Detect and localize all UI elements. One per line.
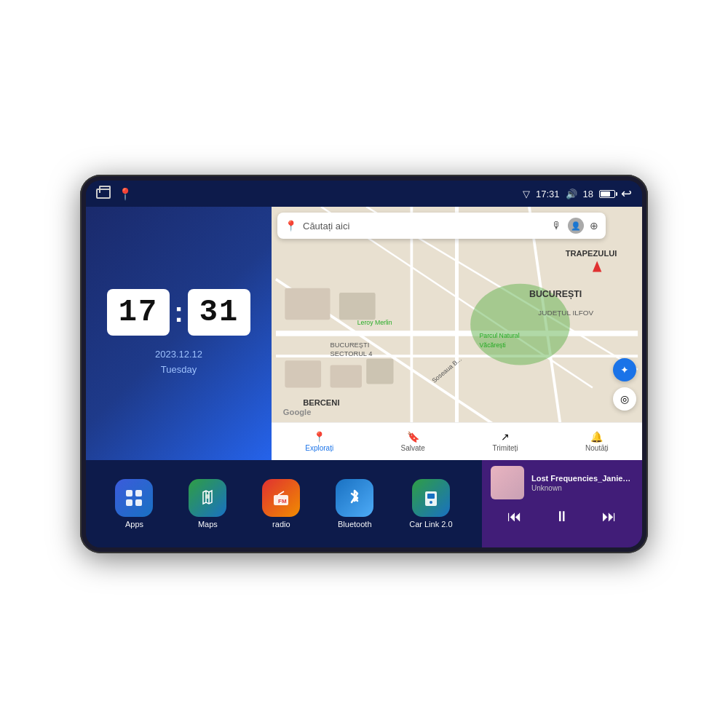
clock-minutes-block: 31 (188, 289, 250, 336)
bottom-section: Apps Maps (86, 460, 642, 547)
signal-strength: 18 (583, 189, 593, 199)
top-section: 17 : 31 2023.12.12 Tuesday (86, 207, 642, 460)
app-item-maps[interactable]: Maps (189, 479, 226, 529)
svg-rect-28 (135, 490, 142, 496)
app-item-apps[interactable]: Apps (115, 479, 153, 529)
map-layers-icon[interactable]: ⊕ (590, 220, 598, 232)
music-next-button[interactable]: ⏭ (596, 505, 622, 528)
clock-panel: 17 : 31 2023.12.12 Tuesday (86, 207, 272, 460)
radio-icon: FM (262, 479, 300, 517)
map-nav-news-label: Noutăți (585, 444, 609, 452)
svg-text:JUDEȚUL ILFOV: JUDEȚUL ILFOV (538, 309, 593, 317)
clock-date: 2023.12.12 Tuesday (155, 347, 202, 378)
map-location-button[interactable]: ◎ (613, 387, 636, 411)
svg-text:FM: FM (278, 498, 287, 505)
svg-text:Văcărești: Văcărești (480, 341, 506, 349)
svg-rect-29 (126, 499, 132, 506)
clock-hours-block: 17 (107, 289, 170, 336)
maps-icon (189, 479, 226, 517)
music-controls: ⏮ ⏸ ⏭ (491, 505, 633, 528)
map-nav-explore-label: Explorați (305, 444, 333, 452)
apps-icon (115, 479, 153, 517)
svg-text:Google: Google (283, 408, 311, 416)
map-nav-explore[interactable]: 📍 Explorați (305, 431, 333, 452)
volume-icon: 🔊 (566, 189, 577, 199)
map-voice-icon[interactable]: 🎙 (552, 220, 562, 232)
map-bottom-nav: 📍 Explorați 🔖 Salvate ↗ Trimiteți 🔔 (272, 422, 642, 460)
app-label-apps: Apps (125, 520, 143, 529)
maps-pin-icon[interactable]: 📍 (118, 187, 132, 201)
app-label-carlink: Car Link 2.0 (409, 520, 452, 529)
map-compass-button[interactable]: ✦ (613, 358, 636, 381)
map-nav-send[interactable]: ↗ Trimiteți (492, 431, 518, 452)
app-label-radio: radio (272, 520, 290, 529)
device-frame: 📍 ▽ 17:31 🔊 18 ↩ 17 (80, 175, 648, 553)
music-panel: Lost Frequencies_Janieck Devy-... Unknow… (482, 460, 642, 547)
clock-separator: : (174, 297, 183, 328)
app-label-bluetooth: Bluetooth (338, 520, 371, 529)
status-bar: 📍 ▽ 17:31 🔊 18 ↩ (86, 181, 642, 207)
music-thumb-image (491, 466, 524, 499)
svg-text:SECTORUL 4: SECTORUL 4 (331, 350, 373, 357)
music-title: Lost Frequencies_Janieck Devy-... (531, 474, 633, 483)
svg-point-33 (205, 494, 210, 499)
device-screen: 📍 ▽ 17:31 🔊 18 ↩ 17 (86, 181, 642, 547)
map-nav-news-icon: 🔔 (590, 431, 603, 443)
main-content: 17 : 31 2023.12.12 Tuesday (86, 207, 642, 547)
status-right: ▽ 17:31 🔊 18 ↩ (523, 186, 632, 202)
map-search-bar[interactable]: 📍 Căutați aici 🎙 👤 ⊕ (277, 213, 606, 239)
map-search-text[interactable]: Căutați aici (303, 221, 546, 232)
map-nav-saved-label: Salvate (401, 444, 425, 452)
app-item-bluetooth[interactable]: Bluetooth (336, 479, 373, 529)
svg-rect-10 (285, 360, 321, 387)
svg-rect-14 (339, 293, 376, 320)
clock-display: 17 : 31 (107, 289, 251, 336)
map-nav-saved-icon: 🔖 (407, 431, 419, 443)
svg-point-39 (430, 501, 432, 504)
home-icon[interactable] (96, 189, 111, 199)
status-left: 📍 (96, 187, 132, 201)
music-artist: Unknown (531, 484, 633, 492)
svg-rect-13 (285, 288, 330, 320)
svg-rect-38 (427, 494, 435, 499)
clock-hours: 17 (119, 295, 158, 330)
svg-text:BUCUREȘTI: BUCUREȘTI (529, 289, 582, 299)
map-nav-explore-icon: 📍 (313, 431, 325, 443)
apps-panel: Apps Maps (86, 460, 482, 547)
svg-rect-12 (366, 359, 393, 384)
svg-rect-11 (331, 365, 363, 388)
svg-text:BUCUREȘTI: BUCUREȘTI (331, 341, 370, 349)
svg-text:TRAPEZULUI: TRAPEZULUI (566, 249, 617, 258)
carlink-icon (412, 479, 450, 517)
app-item-radio[interactable]: FM radio (262, 479, 300, 529)
svg-rect-27 (126, 490, 132, 496)
svg-text:BERCENI: BERCENI (303, 398, 339, 407)
bluetooth-icon (336, 479, 373, 517)
music-prev-button[interactable]: ⏮ (502, 505, 528, 528)
battery-icon (599, 190, 615, 198)
music-top: Lost Frequencies_Janieck Devy-... Unknow… (491, 466, 633, 499)
app-item-carlink[interactable]: Car Link 2.0 (409, 479, 452, 529)
music-thumbnail (491, 466, 524, 499)
time-display: 17:31 (536, 189, 560, 199)
svg-line-36 (278, 491, 284, 495)
svg-text:Parcul Natural: Parcul Natural (480, 332, 520, 339)
svg-text:Leroy Merlin: Leroy Merlin (357, 319, 392, 326)
svg-rect-30 (135, 499, 142, 506)
app-label-maps: Maps (198, 520, 218, 529)
signal-icon: ▽ (523, 189, 530, 199)
map-user-avatar[interactable]: 👤 (568, 218, 584, 234)
map-nav-send-label: Trimiteți (492, 444, 518, 452)
clock-minutes: 31 (199, 295, 239, 330)
map-nav-saved[interactable]: 🔖 Salvate (401, 431, 425, 452)
map-panel[interactable]: TRAPEZULUI BUCUREȘTI JUDEȚUL ILFOV BERCE… (272, 207, 642, 460)
map-search-pin-icon: 📍 (285, 220, 297, 232)
back-icon[interactable]: ↩ (621, 186, 632, 202)
music-info: Lost Frequencies_Janieck Devy-... Unknow… (531, 474, 633, 492)
map-nav-send-icon: ↗ (501, 431, 510, 443)
map-nav-news[interactable]: 🔔 Noutăți (585, 431, 609, 452)
music-play-button[interactable]: ⏸ (549, 505, 575, 528)
